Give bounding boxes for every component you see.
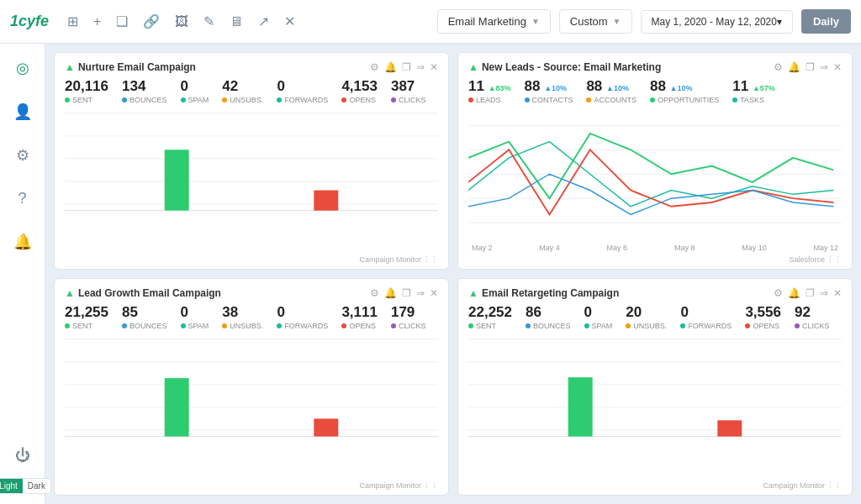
stat-item: 88 ▲10% OPPORTUNITIES <box>650 78 719 104</box>
stat-value: 0 <box>680 304 732 321</box>
stats-row: 11 ▲83% LEADS88 ▲10% CONTACTS88 ▲10% ACC… <box>468 78 842 104</box>
stat-dot <box>122 323 127 328</box>
widget-actions: ⚙🔔❐⇒✕ <box>370 61 438 73</box>
stat-value: 88 ▲10% <box>650 78 719 95</box>
source-icon: ⋮⋮ <box>423 255 438 264</box>
dashboard-icon[interactable]: ◎ <box>11 54 34 82</box>
main-content: ▲ Nurture Email Campaign⚙🔔❐⇒✕20,116 SENT… <box>45 44 861 504</box>
stat-label: UNSUBS. <box>626 322 667 330</box>
title-arrow-icon: ▲ <box>468 287 478 299</box>
arrow-icon[interactable]: ⇒ <box>820 61 828 73</box>
copy-icon[interactable]: ❐ <box>806 61 815 73</box>
widget-retargeting: ▲ Email Retargeting Campaign⚙🔔❐⇒✕22,252 … <box>457 278 853 496</box>
copy-icon[interactable]: ❐ <box>402 287 411 299</box>
stat-dot <box>391 97 396 102</box>
grid-icon[interactable]: ⊞ <box>64 10 82 33</box>
close-icon[interactable]: ✕ <box>281 10 298 33</box>
stat-dot <box>795 323 800 328</box>
svg-rect-7 <box>314 191 338 211</box>
add-icon[interactable]: + <box>90 11 104 33</box>
stat-item: 88 ▲10% CONTACTS <box>525 78 573 104</box>
stat-dot <box>341 323 346 328</box>
stat-dot <box>122 97 127 102</box>
source-label: Salesforce <box>789 255 825 264</box>
close-widget-icon[interactable]: ✕ <box>833 61 842 73</box>
close-widget-icon[interactable]: ✕ <box>833 287 842 299</box>
widget-header: ▲ New Leads - Source: Email Marketing⚙🔔❐… <box>468 61 842 73</box>
svg-rect-19 <box>165 379 189 437</box>
light-theme-button[interactable]: Light <box>0 479 23 493</box>
stat-value: 3,111 <box>341 304 378 321</box>
bell-icon[interactable]: 🔔 <box>788 287 800 299</box>
gear-icon[interactable]: ⚙ <box>370 61 379 73</box>
source-icon: ⋮⋮ <box>827 255 842 264</box>
notification-icon[interactable]: 🔔 <box>8 228 37 256</box>
theme-toggle[interactable]: Light Dark <box>0 478 51 494</box>
stat-item: 3,556 OPENS <box>745 304 781 330</box>
stat-value: 134 <box>122 78 167 95</box>
chart-footer: Campaign Monitor ⋮⋮ <box>65 255 438 264</box>
share-icon[interactable]: ↗ <box>255 10 272 33</box>
x-axis-label: May 8 <box>674 244 695 252</box>
stat-label: UNSUBS. <box>222 322 263 330</box>
x-axis-label: May 12 <box>813 244 838 252</box>
stat-value: 4,153 <box>341 78 378 95</box>
stat-label: ACCOUNTS <box>586 96 637 104</box>
sidebar: ◎ 👤 ⚙ ? 🔔 ⏻ Light Dark <box>0 44 45 504</box>
stat-label: SENT <box>65 96 108 104</box>
close-widget-icon[interactable]: ✕ <box>430 287 438 299</box>
stat-dot <box>65 323 70 328</box>
stat-dot <box>732 97 737 102</box>
stat-item: 88 ▲10% ACCOUNTS <box>586 78 637 104</box>
stat-value: 0 <box>181 78 209 95</box>
gear-icon[interactable]: ⚙ <box>774 287 783 299</box>
close-widget-icon[interactable]: ✕ <box>430 61 438 73</box>
stat-item: 387 CLICKS <box>391 78 426 104</box>
chart-area <box>468 335 842 480</box>
stat-dot <box>181 97 186 102</box>
power-icon[interactable]: ⏻ <box>10 442 35 470</box>
x-axis-label: May 6 <box>607 244 628 252</box>
stat-value: 88 ▲10% <box>586 78 637 95</box>
widget-actions: ⚙🔔❐⇒✕ <box>370 287 438 299</box>
arrow-icon[interactable]: ⇒ <box>820 287 828 299</box>
monitor-icon[interactable]: 🖥 <box>226 11 246 33</box>
stat-item: 0 SPAM <box>181 304 209 330</box>
widget-nurture: ▲ Nurture Email Campaign⚙🔔❐⇒✕20,116 SENT… <box>54 52 449 270</box>
stat-item: 0 FORWARDS <box>277 304 328 330</box>
arrow-icon[interactable]: ⇒ <box>416 61 425 73</box>
copy-icon[interactable]: ❐ <box>806 287 815 299</box>
user-icon[interactable]: 👤 <box>8 97 37 126</box>
stat-label: SPAM <box>181 96 209 104</box>
gear-icon[interactable]: ⚙ <box>370 287 379 299</box>
arrow-icon[interactable]: ⇒ <box>416 287 425 299</box>
stat-value: 11 ▲57% <box>732 78 775 95</box>
settings-icon[interactable]: ⚙ <box>11 141 34 170</box>
link-icon[interactable]: 🔗 <box>140 10 163 33</box>
edit-icon[interactable]: ✎ <box>200 10 218 33</box>
bell-icon[interactable]: 🔔 <box>384 287 397 299</box>
gear-icon[interactable]: ⚙ <box>774 61 783 73</box>
stat-value: 22,252 <box>468 304 512 321</box>
title-arrow-icon: ▲ <box>468 61 478 73</box>
image-icon[interactable]: 🖼 <box>172 11 192 33</box>
custom-dropdown[interactable]: Custom ▼ <box>559 9 632 34</box>
stat-label: BOUNCES <box>526 322 571 330</box>
logo: 1cyfe <box>10 13 49 30</box>
chart-area <box>65 335 438 480</box>
stats-row: 21,255 SENT85 BOUNCES0 SPAM38 UNSUBS.0 F… <box>65 304 438 330</box>
bell-icon[interactable]: 🔔 <box>384 61 397 73</box>
date-range-picker[interactable]: May 1, 2020 - May 12, 2020▾ <box>641 10 793 34</box>
widget-header: ▲ Nurture Email Campaign⚙🔔❐⇒✕ <box>65 61 438 73</box>
stat-dot <box>745 323 750 328</box>
help-icon[interactable]: ? <box>13 185 31 213</box>
topbar: 1cyfe ⊞ + ❑ 🔗 🖼 ✎ 🖥 ↗ ✕ Email Marketing … <box>0 0 861 44</box>
stat-item: 20 UNSUBS. <box>626 304 667 330</box>
layout-icon[interactable]: ❑ <box>113 10 131 33</box>
copy-icon[interactable]: ❐ <box>402 61 411 73</box>
stat-item: 179 CLICKS <box>391 304 426 330</box>
daily-button[interactable]: Daily <box>801 9 851 34</box>
email-marketing-dropdown[interactable]: Email Marketing ▼ <box>437 9 551 34</box>
stat-label: FORWARDS <box>277 322 328 330</box>
bell-icon[interactable]: 🔔 <box>788 61 800 73</box>
